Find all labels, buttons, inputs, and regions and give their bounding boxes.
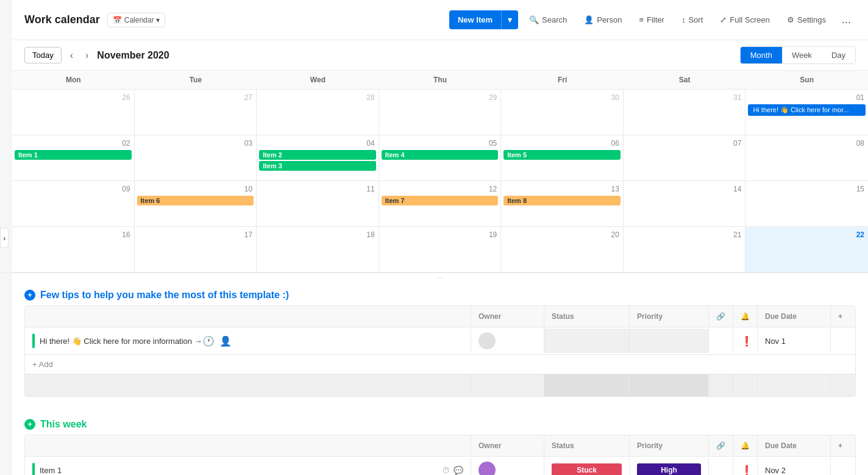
calendar-notification-nov01[interactable]: Hi there! 👋 Click here for mor... <box>748 104 866 116</box>
month-view-button[interactable]: Month <box>741 47 782 63</box>
person-button[interactable]: 👤 Person <box>578 12 628 28</box>
sort-label: Sort <box>688 15 703 24</box>
tips-group-header: + Few tips to help you make the most of … <box>24 282 856 305</box>
tips-footer-1 <box>25 374 471 396</box>
tips-footer-8 <box>831 374 855 396</box>
calendar-event-item8[interactable]: Item 8 <box>503 196 621 205</box>
calendar-week-4: 16 17 18 19 20 21 22 <box>12 227 868 273</box>
cal-cell-nov13: 13 Item 8 <box>501 181 624 226</box>
calendar-toolbar: Today ‹ › November 2020 Month Week Day <box>12 40 868 70</box>
comment-icon-1[interactable]: 💬 <box>454 466 463 475</box>
cal-cell-oct27: 27 <box>135 90 257 135</box>
activity-icon[interactable]: 🕐 <box>202 335 215 347</box>
week-row1-priority[interactable]: High <box>630 458 709 475</box>
week-col-owner: Owner <box>471 435 544 456</box>
this-week-table-header: Owner Status Priority 🔗 🔔 Due Date + <box>25 435 855 457</box>
week-col-link: 🔗 <box>709 435 733 456</box>
calendar-btn-label: Calendar <box>124 16 154 24</box>
calendar-week-1: 26 27 28 29 30 31 01 Hi there! 👋 Click h… <box>12 90 868 135</box>
cal-cell-nov14: 14 <box>624 181 746 226</box>
cal-cell-nov16: 16 <box>12 227 135 272</box>
week-row1-status[interactable]: Stuck <box>544 458 630 475</box>
tips-group-dot: + <box>24 290 35 301</box>
calendar-event-item7[interactable]: Item 7 <box>382 196 499 205</box>
sort-button[interactable]: ↕ Sort <box>675 12 709 28</box>
cal-cell-nov21: 21 <box>624 227 746 272</box>
avatar-item1 <box>478 462 496 475</box>
prev-month-button[interactable]: ‹ <box>66 49 77 62</box>
day-view-button[interactable]: Day <box>822 47 855 63</box>
calendar-view-button[interactable]: 📅 Calendar ▾ <box>107 13 166 27</box>
day-header-sat: Sat <box>624 71 746 89</box>
calendar-event-item5[interactable]: Item 5 <box>503 150 621 160</box>
sidebar-toggle[interactable]: › <box>0 227 9 248</box>
this-week-group-header: + This week <box>24 412 856 435</box>
view-switcher: Month Week Day <box>740 46 856 64</box>
activity-icon-1[interactable]: ⏱ <box>442 466 450 475</box>
cal-cell-oct29: 29 <box>379 90 502 135</box>
calendar-event-item2[interactable]: Item 2 <box>259 150 376 160</box>
new-item-dropdown-icon[interactable]: ▾ <box>501 10 518 29</box>
alert-icon-tips: ❗ <box>741 335 753 347</box>
tips-row-due-date: Nov 1 <box>758 329 831 353</box>
tips-col-add[interactable]: + <box>831 306 855 327</box>
status-badge-item1: Stuck <box>552 463 622 475</box>
this-week-group-title: This week <box>40 419 87 430</box>
filter-label: Filter <box>647 15 664 24</box>
tips-item-label: Hi there! 👋 Click here for more informat… <box>40 337 202 346</box>
filter-button[interactable]: ≡ Filter <box>633 12 670 28</box>
cal-cell-nov10: 10 Item 6 <box>135 181 257 226</box>
calendar-event-item6[interactable]: Item 6 <box>137 196 254 205</box>
resize-handle[interactable]: ⋯ <box>0 273 868 282</box>
tips-col-owner: Owner <box>471 306 544 327</box>
tips-row-owner <box>471 327 544 354</box>
add-column-icon[interactable]: + <box>838 312 842 321</box>
tips-group: + Few tips to help you make the most of … <box>24 282 856 397</box>
settings-button[interactable]: ⚙ Settings <box>781 12 832 28</box>
tips-footer-7 <box>758 374 831 396</box>
tips-footer-2 <box>471 374 544 396</box>
tips-row-priority[interactable] <box>630 329 709 353</box>
cal-cell-nov12: 12 Item 7 <box>379 181 502 226</box>
tips-col-status: Status <box>544 306 630 327</box>
page-title: Work calendar <box>24 13 100 26</box>
person-placeholder-icon[interactable]: 👤 <box>219 335 232 347</box>
week-col-add[interactable]: + <box>831 435 855 456</box>
sidebar-toggle-icon: › <box>3 233 5 242</box>
week-row1-bell: ❗ <box>733 458 758 475</box>
this-week-group-dot: + <box>24 419 35 430</box>
alert-icon-item1: ❗ <box>741 465 753 476</box>
month-year-label: November 2020 <box>97 50 169 61</box>
calendar-event-item4[interactable]: Item 4 <box>382 150 499 160</box>
tips-row-link <box>709 329 733 353</box>
link-icon-week: 🔗 <box>716 441 725 450</box>
cal-cell-oct31: 31 <box>624 90 746 135</box>
next-month-button[interactable]: › <box>82 49 92 62</box>
tips-footer-6 <box>733 374 758 396</box>
avatar <box>478 332 496 349</box>
calendar-grid: Mon Tue Wed Thu Fri Sat Sun 26 27 28 29 … <box>12 70 868 273</box>
cal-cell-oct30: 30 <box>501 90 624 135</box>
tips-row-status[interactable] <box>544 329 630 353</box>
today-button[interactable]: Today <box>24 47 62 63</box>
tips-col-name <box>25 306 471 327</box>
this-week-table: Owner Status Priority 🔗 🔔 Due Date + Ite… <box>24 435 856 475</box>
more-button[interactable]: ... <box>837 10 856 30</box>
calendar-event-item3[interactable]: Item 3 <box>259 161 376 171</box>
this-week-group: + This week Owner Status Priority 🔗 🔔 Du… <box>24 412 856 475</box>
day-header-fri: Fri <box>501 71 624 89</box>
tips-col-priority: Priority <box>630 306 709 327</box>
new-item-button[interactable]: New Item ▾ <box>449 10 518 29</box>
fullscreen-button[interactable]: ⤢ Full Screen <box>714 12 776 28</box>
week-row-item1: Item 1 ⏱ 💬 Stuck High <box>25 457 855 475</box>
tips-add-row[interactable]: + Add <box>25 355 855 374</box>
calendar-event-item1[interactable]: Item 1 <box>15 150 132 160</box>
cal-cell-nov19: 19 <box>379 227 502 272</box>
week-col-priority: Priority <box>630 435 709 456</box>
search-button[interactable]: 🔍 Search <box>523 12 573 28</box>
calendar-day-headers: Mon Tue Wed Thu Fri Sat Sun <box>12 71 868 90</box>
add-col-icon-week[interactable]: + <box>838 441 842 450</box>
cal-cell-nov11: 11 <box>257 181 379 226</box>
person-label: Person <box>597 15 622 24</box>
week-view-button[interactable]: Week <box>782 47 822 63</box>
